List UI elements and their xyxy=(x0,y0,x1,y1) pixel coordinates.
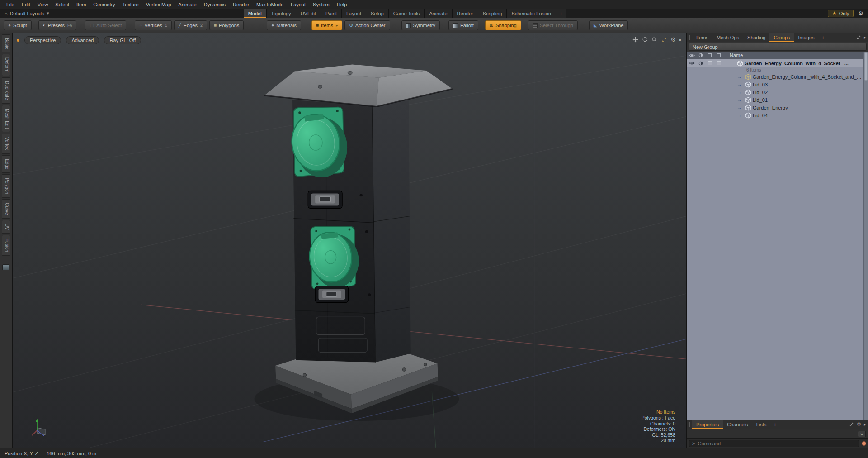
tab-channels[interactable]: Channels xyxy=(723,420,752,429)
strip-tab-duplicate[interactable]: Duplicate xyxy=(2,77,10,104)
group-checkbox[interactable] xyxy=(705,61,714,65)
strip-tab-polygon[interactable]: Polygon xyxy=(2,174,10,198)
menu-vertex-map[interactable]: Vertex Map xyxy=(142,1,175,8)
rotate-view-icon[interactable] xyxy=(642,37,648,43)
symmetry-button[interactable]: Symmetry xyxy=(401,20,440,30)
strip-tab-mesh-edit[interactable]: Mesh Edit xyxy=(2,105,10,132)
materials-button[interactable]: ● Materials xyxy=(267,20,301,30)
tree-row[interactable]: → Garden_Energy xyxy=(687,104,868,111)
add-panel-tab-button[interactable]: + xyxy=(819,33,828,42)
menu-select[interactable]: Select xyxy=(52,1,73,8)
menu-edit[interactable]: Edit xyxy=(18,1,34,8)
viewport-mode-dot[interactable] xyxy=(17,39,19,42)
polygons-mode-button[interactable]: ■ Polygons xyxy=(209,20,244,30)
command-input[interactable] xyxy=(698,441,856,446)
vertices-mode-button[interactable]: ∴ Vertices1 xyxy=(135,20,172,30)
menu-maxtomodo[interactable]: MaxToModo xyxy=(253,1,287,8)
tab-lists[interactable]: Lists xyxy=(752,420,771,429)
add-layout-tab-button[interactable]: + xyxy=(556,9,566,18)
strip-tab-deform[interactable]: Deform xyxy=(2,54,10,76)
menu-geometry[interactable]: Geometry xyxy=(90,1,118,8)
tab-scripting[interactable]: Scripting xyxy=(478,9,507,18)
pan-icon[interactable] xyxy=(632,37,638,43)
tree-scrollbar[interactable] xyxy=(863,52,868,420)
command-history-dot-icon[interactable] xyxy=(862,441,866,446)
sculpt-button[interactable]: ● Sculpt xyxy=(4,20,32,30)
gear-icon[interactable]: ⚙ xyxy=(858,10,863,17)
strip-palette-icon[interactable] xyxy=(2,264,9,270)
tree-row-group[interactable]: − Garden_Energy_Column_with_4_Socket_ ..… xyxy=(687,59,868,67)
render-toggle-icon[interactable] xyxy=(696,61,705,66)
zoom-icon[interactable] xyxy=(651,37,657,43)
strip-tab-vertex[interactable]: Vertex xyxy=(2,134,10,153)
tab-paint[interactable]: Paint xyxy=(321,9,342,18)
panel-flyout-arrow-icon[interactable]: ▸ xyxy=(864,35,866,40)
falloff-button[interactable]: Falloff xyxy=(448,20,478,30)
shading-mode-button[interactable]: Advanced xyxy=(66,36,99,44)
expand-properties-button[interactable]: » xyxy=(858,431,866,437)
command-field[interactable]: > xyxy=(689,440,859,447)
tab-game-tools[interactable]: Game Tools xyxy=(389,9,425,18)
tree-row[interactable]: → Lid_02 xyxy=(687,88,868,96)
eye-icon[interactable] xyxy=(687,61,696,65)
select-through-button[interactable]: Select Through xyxy=(528,20,578,30)
menu-layout[interactable]: Layout xyxy=(287,1,309,8)
expand-panel-icon[interactable] xyxy=(849,420,854,429)
strip-tab-curve[interactable]: Curve xyxy=(2,199,10,219)
action-center-button[interactable]: ⊕ Action Center xyxy=(344,20,390,30)
menu-system[interactable]: System xyxy=(309,1,333,8)
maximize-viewport-icon[interactable] xyxy=(661,37,667,43)
tab-animate[interactable]: Animate xyxy=(425,9,452,18)
menu-animate[interactable]: Animate xyxy=(175,1,200,8)
tab-render[interactable]: Render xyxy=(453,9,478,18)
snapping-button[interactable]: ⊞ Snapping xyxy=(485,20,521,30)
tab-items[interactable]: Items xyxy=(692,33,712,42)
tab-mesh-ops[interactable]: Mesh Ops xyxy=(712,33,743,42)
presets-button[interactable]: ◐ PresetsF6 xyxy=(38,20,77,30)
tab-layout[interactable]: Layout xyxy=(342,9,366,18)
new-group-button[interactable]: New Group xyxy=(689,43,867,51)
default-layouts-button[interactable]: ⌂ Default Layouts ▾ xyxy=(0,9,54,18)
tree-row[interactable]: → Lid_04 xyxy=(687,111,868,119)
group-checkbox[interactable] xyxy=(714,61,723,65)
auto-select-button[interactable]: ▢ Auto Select xyxy=(85,20,126,30)
strip-tab-fusion[interactable]: Fusion xyxy=(2,235,10,256)
menu-view[interactable]: View xyxy=(34,1,52,8)
edges-mode-button[interactable]: ╱ Edges2 xyxy=(174,20,207,30)
tree-row[interactable]: → Lid_01 xyxy=(687,96,868,104)
only-toggle[interactable]: ★ Only xyxy=(828,10,854,17)
viewport-canvas[interactable] xyxy=(13,33,686,448)
tab-images[interactable]: Images xyxy=(794,33,819,42)
viewport-options-gear-icon[interactable]: ⚙ xyxy=(670,36,676,43)
workplane-button[interactable]: ◣ WorkPlane xyxy=(589,20,628,30)
panel-flyout-arrow-icon[interactable]: ▸ xyxy=(864,422,866,427)
strip-tab-edge[interactable]: Edge xyxy=(2,155,10,173)
tab-schematic-fusion[interactable]: Schematic Fusion xyxy=(507,9,556,18)
panel-gear-icon[interactable]: ⚙ xyxy=(857,421,861,427)
tab-uvedit[interactable]: UVEdit xyxy=(296,9,321,18)
expander-icon[interactable]: − xyxy=(730,61,736,66)
tree-row[interactable]: → Lid_03 xyxy=(687,81,868,88)
scrollbar-thumb[interactable] xyxy=(864,52,868,81)
raygl-button[interactable]: Ray GL: Off xyxy=(104,36,141,44)
expand-panel-icon[interactable] xyxy=(856,33,861,42)
perspective-button[interactable]: Perspective xyxy=(24,36,61,44)
tab-groups[interactable]: Groups xyxy=(769,33,794,42)
tab-properties[interactable]: Properties xyxy=(692,420,723,429)
strip-tab-uv[interactable]: UV xyxy=(2,220,10,234)
strip-tab-basic[interactable]: Basic xyxy=(2,34,10,52)
tree-row[interactable]: → Garden_Energy_Column_with_4_Socket_and… xyxy=(687,73,868,81)
menu-help[interactable]: Help xyxy=(333,1,351,8)
menu-dynamics[interactable]: Dynamics xyxy=(200,1,229,8)
add-panel-tab-button[interactable]: + xyxy=(770,420,779,429)
tab-setup[interactable]: Setup xyxy=(366,9,389,18)
items-mode-button[interactable]: ■ Items ▸ xyxy=(311,20,342,30)
tab-model[interactable]: Model xyxy=(244,9,267,18)
menu-render[interactable]: Render xyxy=(229,1,253,8)
menu-item[interactable]: Item xyxy=(73,1,90,8)
viewport-flyout-arrow-icon[interactable]: ▸ xyxy=(679,37,682,42)
tab-shading[interactable]: Shading xyxy=(743,33,769,42)
menu-texture[interactable]: Texture xyxy=(119,1,142,8)
menu-file[interactable]: File xyxy=(3,1,18,8)
tab-topology[interactable]: Topology xyxy=(267,9,296,18)
